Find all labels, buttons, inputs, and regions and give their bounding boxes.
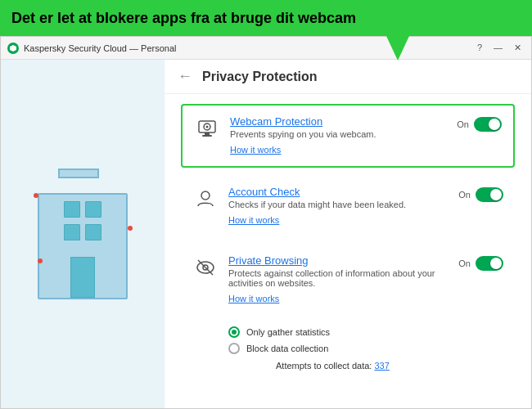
svg-point-5 <box>201 191 210 200</box>
window-row-2 <box>39 224 126 240</box>
browsing-info: Private Browsing Protects against collec… <box>228 254 449 305</box>
browsing-item: Private Browsing Protects against collec… <box>181 245 515 315</box>
radio-option-2: Block data collection <box>228 343 503 354</box>
browsing-icon <box>192 254 219 281</box>
browsing-toggle-label: On <box>458 258 471 268</box>
browsing-how-it-works[interactable]: How it works <box>228 294 279 303</box>
annotation-banner: Det er let at blokere apps fra at bruge … <box>0 0 532 36</box>
titlebar: Kaspersky Security Cloud — Personal ? — … <box>1 37 531 60</box>
account-check-item: Account Check Checks if your data might … <box>181 176 515 236</box>
annotation-text: Det er let at blokere apps fra at bruge … <box>11 10 356 27</box>
building-body <box>38 193 128 299</box>
webcam-protection-item: Webcam Protection Prevents spying on you… <box>181 104 515 168</box>
account-how-it-works[interactable]: How it works <box>228 215 279 225</box>
attempts-label: Attempts to collect data: <box>276 361 372 371</box>
webcam-how-it-works[interactable]: How it works <box>230 145 281 155</box>
account-toggle[interactable] <box>476 187 503 202</box>
building-top <box>58 169 99 178</box>
close-button[interactable]: ✕ <box>511 43 525 53</box>
browsing-desc: Protects against collection of informati… <box>228 268 449 288</box>
webcam-toggle-label: On <box>457 119 469 129</box>
back-button[interactable]: ← <box>178 68 192 85</box>
attempts-line: Attempts to collect data: 337 <box>228 359 503 371</box>
content-panel: ← Privacy Protection <box>165 60 531 408</box>
building-window <box>64 224 80 240</box>
minimize-button[interactable]: — <box>490 43 506 53</box>
building-door <box>70 257 95 298</box>
page-header: ← Privacy Protection <box>165 60 531 94</box>
sidebar-illustration <box>1 60 165 408</box>
webcam-icon <box>194 115 220 142</box>
account-name[interactable]: Account Check <box>228 186 449 198</box>
application-window: Kaspersky Security Cloud — Personal ? — … <box>0 36 532 409</box>
webcam-toggle-area: On <box>457 117 502 132</box>
annotation-arrow <box>386 36 409 61</box>
building-window <box>85 201 101 218</box>
building-window <box>64 201 80 218</box>
decoration-dot <box>34 193 38 198</box>
building-illustration <box>34 169 132 299</box>
window-row-1 <box>39 201 126 218</box>
app-icon <box>7 43 19 54</box>
account-info: Account Check Checks if your data might … <box>228 186 449 227</box>
browsing-sub-options: Only gather statistics Block data collec… <box>181 323 515 374</box>
window-controls: ? — ✕ <box>474 43 525 53</box>
account-desc: Checks if your data might have been leak… <box>228 200 449 209</box>
svg-rect-3 <box>205 133 210 135</box>
account-icon <box>192 186 219 212</box>
webcam-name[interactable]: Webcam Protection <box>230 115 447 128</box>
content-body: Webcam Protection Prevents spying on you… <box>165 94 531 408</box>
decoration-dot <box>128 226 133 231</box>
radio-option-1: Only gather statistics <box>228 326 503 338</box>
attempts-value[interactable]: 337 <box>374 361 389 371</box>
webcam-toggle[interactable] <box>474 117 502 132</box>
browsing-toggle-area: On <box>458 256 503 271</box>
radio-gather-stats-label: Only gather statistics <box>246 327 330 337</box>
browsing-toggle[interactable] <box>476 256 503 271</box>
main-content: ← Privacy Protection <box>1 60 531 408</box>
svg-rect-4 <box>202 135 212 137</box>
browsing-name[interactable]: Private Browsing <box>228 254 449 267</box>
account-toggle-area: On <box>458 187 503 202</box>
account-toggle-label: On <box>458 190 471 200</box>
webcam-info: Webcam Protection Prevents spying on you… <box>230 115 447 156</box>
decoration-dot <box>38 258 43 263</box>
page-title: Privacy Protection <box>202 70 318 84</box>
svg-point-2 <box>206 126 209 128</box>
webcam-desc: Prevents spying on you via webcam. <box>230 129 447 139</box>
radio-block-collection[interactable] <box>228 343 240 354</box>
radio-block-collection-label: Block data collection <box>246 344 328 353</box>
help-button[interactable]: ? <box>474 43 485 53</box>
radio-gather-stats[interactable] <box>228 326 240 338</box>
building-window <box>85 224 101 240</box>
